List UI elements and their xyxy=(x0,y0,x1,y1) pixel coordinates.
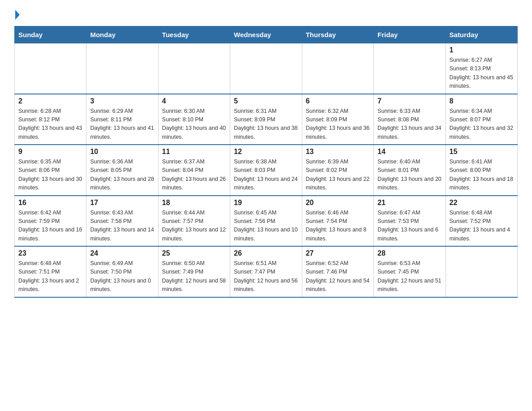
day-number: 7 xyxy=(378,97,442,105)
calendar-cell: 3Sunrise: 6:29 AMSunset: 8:11 PMDaylight… xyxy=(86,94,158,145)
day-number: 16 xyxy=(18,199,82,207)
day-number: 9 xyxy=(18,148,82,156)
calendar-cell xyxy=(302,43,373,94)
day-header-thursday: Thursday xyxy=(302,26,373,43)
day-info: Sunrise: 6:51 AMSunset: 7:47 PMDaylight:… xyxy=(234,259,298,294)
calendar-cell: 11Sunrise: 6:37 AMSunset: 8:04 PMDayligh… xyxy=(158,145,230,196)
calendar-cell: 24Sunrise: 6:49 AMSunset: 7:50 PMDayligh… xyxy=(86,246,158,297)
day-number: 10 xyxy=(90,148,154,156)
calendar-cell: 6Sunrise: 6:32 AMSunset: 8:09 PMDaylight… xyxy=(302,94,373,145)
day-number: 4 xyxy=(162,97,226,105)
calendar-week-4: 16Sunrise: 6:42 AMSunset: 7:59 PMDayligh… xyxy=(15,196,518,247)
day-number: 2 xyxy=(18,97,82,105)
header-row: SundayMondayTuesdayWednesdayThursdayFrid… xyxy=(15,26,518,43)
calendar-cell xyxy=(446,246,517,297)
day-number: 20 xyxy=(306,199,370,207)
day-info: Sunrise: 6:37 AMSunset: 8:04 PMDaylight:… xyxy=(162,158,226,193)
calendar-cell: 8Sunrise: 6:34 AMSunset: 8:07 PMDaylight… xyxy=(446,94,517,145)
day-info: Sunrise: 6:31 AMSunset: 8:09 PMDaylight:… xyxy=(234,107,298,142)
day-info: Sunrise: 6:27 AMSunset: 8:13 PMDaylight:… xyxy=(450,56,514,91)
day-number: 27 xyxy=(306,249,370,257)
day-number: 8 xyxy=(450,97,514,105)
calendar-cell: 2Sunrise: 6:28 AMSunset: 8:12 PMDaylight… xyxy=(15,94,86,145)
logo xyxy=(14,11,20,21)
day-info: Sunrise: 6:48 AMSunset: 7:52 PMDaylight:… xyxy=(450,209,514,244)
calendar-cell: 17Sunrise: 6:43 AMSunset: 7:58 PMDayligh… xyxy=(86,196,158,247)
day-info: Sunrise: 6:44 AMSunset: 7:57 PMDaylight:… xyxy=(162,209,226,244)
calendar-cell: 15Sunrise: 6:41 AMSunset: 8:00 PMDayligh… xyxy=(446,145,517,196)
day-number: 14 xyxy=(378,148,442,156)
calendar-cell xyxy=(374,43,446,94)
day-number: 24 xyxy=(90,249,154,257)
calendar-cell: 5Sunrise: 6:31 AMSunset: 8:09 PMDaylight… xyxy=(230,94,302,145)
calendar-cell: 7Sunrise: 6:33 AMSunset: 8:08 PMDaylight… xyxy=(374,94,446,145)
day-info: Sunrise: 6:32 AMSunset: 8:09 PMDaylight:… xyxy=(306,107,370,142)
calendar-cell: 18Sunrise: 6:44 AMSunset: 7:57 PMDayligh… xyxy=(158,196,230,247)
day-info: Sunrise: 6:33 AMSunset: 8:08 PMDaylight:… xyxy=(378,107,442,142)
day-info: Sunrise: 6:28 AMSunset: 8:12 PMDaylight:… xyxy=(18,107,82,142)
day-info: Sunrise: 6:49 AMSunset: 7:50 PMDaylight:… xyxy=(90,259,154,294)
calendar-cell: 10Sunrise: 6:36 AMSunset: 8:05 PMDayligh… xyxy=(86,145,158,196)
day-number: 3 xyxy=(90,97,154,105)
day-number: 6 xyxy=(306,97,370,105)
day-number: 25 xyxy=(162,249,226,257)
calendar-cell: 25Sunrise: 6:50 AMSunset: 7:49 PMDayligh… xyxy=(158,246,230,297)
day-info: Sunrise: 6:52 AMSunset: 7:46 PMDaylight:… xyxy=(306,259,370,294)
day-number: 21 xyxy=(378,199,442,207)
day-info: Sunrise: 6:46 AMSunset: 7:54 PMDaylight:… xyxy=(306,209,370,244)
calendar-cell xyxy=(230,43,302,94)
calendar-cell xyxy=(158,43,230,94)
day-info: Sunrise: 6:30 AMSunset: 8:10 PMDaylight:… xyxy=(162,107,226,142)
day-header-monday: Monday xyxy=(86,26,158,43)
day-header-sunday: Sunday xyxy=(15,26,86,43)
calendar-cell: 23Sunrise: 6:48 AMSunset: 7:51 PMDayligh… xyxy=(15,246,86,297)
day-number: 26 xyxy=(234,249,298,257)
day-header-friday: Friday xyxy=(374,26,446,43)
day-number: 17 xyxy=(90,199,154,207)
day-number: 19 xyxy=(234,199,298,207)
day-header-wednesday: Wednesday xyxy=(230,26,302,43)
day-header-tuesday: Tuesday xyxy=(158,26,230,43)
calendar-cell: 19Sunrise: 6:45 AMSunset: 7:56 PMDayligh… xyxy=(230,196,302,247)
day-header-saturday: Saturday xyxy=(446,26,517,43)
calendar-cell xyxy=(86,43,158,94)
day-info: Sunrise: 6:40 AMSunset: 8:01 PMDaylight:… xyxy=(378,158,442,193)
calendar-cell: 12Sunrise: 6:38 AMSunset: 8:03 PMDayligh… xyxy=(230,145,302,196)
day-number: 18 xyxy=(162,199,226,207)
calendar-cell xyxy=(15,43,86,94)
day-info: Sunrise: 6:29 AMSunset: 8:11 PMDaylight:… xyxy=(90,107,154,142)
calendar-cell: 28Sunrise: 6:53 AMSunset: 7:45 PMDayligh… xyxy=(374,246,446,297)
calendar-cell: 13Sunrise: 6:39 AMSunset: 8:02 PMDayligh… xyxy=(302,145,373,196)
calendar-week-3: 9Sunrise: 6:35 AMSunset: 8:06 PMDaylight… xyxy=(15,145,518,196)
calendar-week-5: 23Sunrise: 6:48 AMSunset: 7:51 PMDayligh… xyxy=(15,246,518,297)
calendar-cell: 20Sunrise: 6:46 AMSunset: 7:54 PMDayligh… xyxy=(302,196,373,247)
calendar-header: SundayMondayTuesdayWednesdayThursdayFrid… xyxy=(15,26,518,43)
day-info: Sunrise: 6:48 AMSunset: 7:51 PMDaylight:… xyxy=(18,259,82,294)
day-info: Sunrise: 6:38 AMSunset: 8:03 PMDaylight:… xyxy=(234,158,298,193)
day-number: 15 xyxy=(450,148,514,156)
calendar-week-1: 1Sunrise: 6:27 AMSunset: 8:13 PMDaylight… xyxy=(15,43,518,94)
calendar-cell: 21Sunrise: 6:47 AMSunset: 7:53 PMDayligh… xyxy=(374,196,446,247)
page-header xyxy=(14,11,518,21)
calendar-table: SundayMondayTuesdayWednesdayThursdayFrid… xyxy=(14,26,518,298)
calendar-cell: 22Sunrise: 6:48 AMSunset: 7:52 PMDayligh… xyxy=(446,196,517,247)
day-number: 1 xyxy=(450,46,514,54)
day-number: 5 xyxy=(234,97,298,105)
calendar-cell: 26Sunrise: 6:51 AMSunset: 7:47 PMDayligh… xyxy=(230,246,302,297)
day-number: 13 xyxy=(306,148,370,156)
calendar-cell: 9Sunrise: 6:35 AMSunset: 8:06 PMDaylight… xyxy=(15,145,86,196)
calendar-cell: 1Sunrise: 6:27 AMSunset: 8:13 PMDaylight… xyxy=(446,43,517,94)
day-info: Sunrise: 6:50 AMSunset: 7:49 PMDaylight:… xyxy=(162,259,226,294)
day-number: 11 xyxy=(162,148,226,156)
calendar-cell: 16Sunrise: 6:42 AMSunset: 7:59 PMDayligh… xyxy=(15,196,86,247)
day-info: Sunrise: 6:34 AMSunset: 8:07 PMDaylight:… xyxy=(450,107,514,142)
calendar-week-2: 2Sunrise: 6:28 AMSunset: 8:12 PMDaylight… xyxy=(15,94,518,145)
day-number: 22 xyxy=(450,199,514,207)
day-info: Sunrise: 6:36 AMSunset: 8:05 PMDaylight:… xyxy=(90,158,154,193)
calendar-body: 1Sunrise: 6:27 AMSunset: 8:13 PMDaylight… xyxy=(15,43,518,297)
calendar-cell: 14Sunrise: 6:40 AMSunset: 8:01 PMDayligh… xyxy=(374,145,446,196)
day-number: 23 xyxy=(18,249,82,257)
day-info: Sunrise: 6:35 AMSunset: 8:06 PMDaylight:… xyxy=(18,158,82,193)
calendar-cell: 4Sunrise: 6:30 AMSunset: 8:10 PMDaylight… xyxy=(158,94,230,145)
day-number: 12 xyxy=(234,148,298,156)
